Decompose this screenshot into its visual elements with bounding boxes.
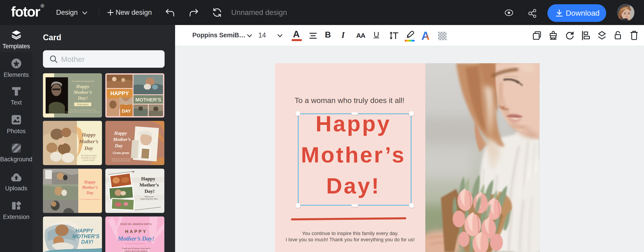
svg-text:Happy: Happy: [82, 132, 96, 138]
svg-text:Thank you for being a mom and: Thank you for being a mom and a: [122, 247, 150, 250]
svg-text:Day: Day: [86, 190, 94, 195]
svg-text:Day: Day: [115, 143, 123, 148]
svg-text:Happy: Happy: [141, 176, 156, 181]
svg-text:You continue to inspire this f: You continue to inspire this family ever…: [70, 109, 96, 111]
svg-text:MOTHER'S: MOTHER'S: [135, 97, 161, 103]
svg-text:You continue to inspire: You continue to inspire: [81, 155, 96, 157]
svg-text:HAPPY: HAPPY: [75, 228, 94, 234]
svg-text:Mother’s: Mother’s: [73, 89, 92, 95]
svg-text:DAY!: DAY!: [81, 239, 94, 245]
svg-text:I love you so much! Thank you: I love you so much! Thank you for everyt…: [65, 111, 100, 113]
svg-text:Day: Day: [84, 145, 93, 151]
svg-text:Gram-gram: Gram-gram: [113, 151, 129, 155]
svg-text:Day!: Day!: [144, 188, 154, 194]
svg-text:DEAR MS. AMANDA SMITH,: DEAR MS. AMANDA SMITH,: [120, 223, 152, 226]
svg-text:Happy: Happy: [76, 84, 90, 89]
svg-text:always being there, Mom.: always being there, Mom.: [140, 198, 158, 200]
svg-text:Thank you for: Thank you for: [144, 196, 154, 198]
svg-text:work you put into this family!: work you put into this family!: [112, 160, 130, 162]
svg-text:love you so much!: love you so much!: [83, 159, 95, 161]
svg-text:Mother’s: Mother’s: [82, 185, 98, 190]
svg-text:Mother’s: Mother’s: [113, 137, 131, 142]
svg-text:friend to all of your students: friend to all of your students.: [124, 250, 148, 252]
svg-text:HAPPY: HAPPY: [125, 229, 147, 234]
svg-text:For A Wonderful Grandma: For A Wonderful Grandma: [80, 198, 100, 200]
svg-text:Thank you for all the love and: Thank you for all the love and: [112, 158, 130, 160]
svg-text:Mother’s Day!: Mother’s Day!: [118, 235, 154, 242]
svg-text:To a woman who truly does it a: To a woman who truly does it all!: [71, 80, 94, 82]
svg-text:Happy: Happy: [84, 180, 96, 184]
svg-text:Day!: Day!: [77, 95, 88, 101]
svg-text:DAY: DAY: [122, 109, 131, 113]
svg-text:this family every day. I: this family every day. I: [81, 157, 96, 159]
svg-text:MOTHER'S: MOTHER'S: [72, 234, 100, 239]
svg-text:HAPPY: HAPPY: [110, 90, 129, 96]
svg-text:Gram-gram: Gram-gram: [77, 103, 88, 106]
svg-text:Mother’s: Mother’s: [79, 139, 98, 144]
svg-text:A: A: [421, 30, 430, 41]
svg-text:Happy: Happy: [114, 130, 127, 136]
svg-text:Mother’s: Mother’s: [140, 182, 159, 188]
